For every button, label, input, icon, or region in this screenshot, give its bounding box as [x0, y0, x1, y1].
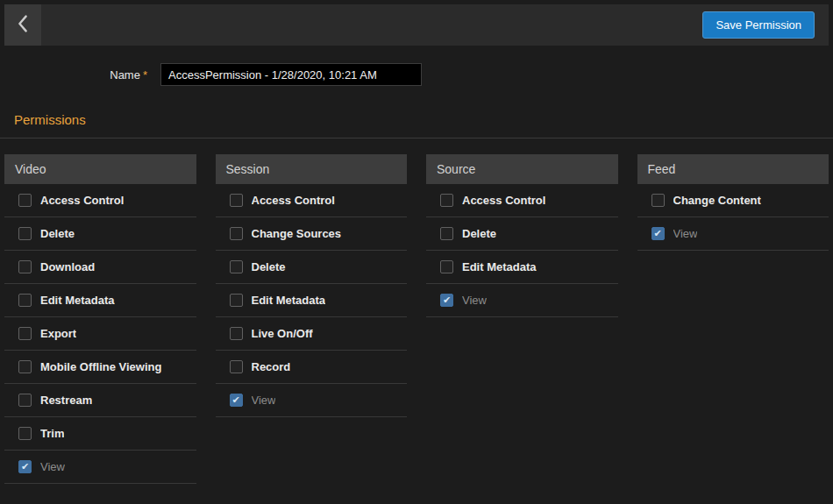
checkbox-unchecked-icon[interactable]	[230, 260, 243, 273]
checkbox-checked-icon[interactable]: ✔	[651, 227, 665, 240]
permission-column-source: SourceAccess ControlDeleteEdit Metadata✔…	[426, 154, 618, 484]
toolbar-spacer	[41, 4, 702, 46]
permission-label: Delete	[40, 227, 75, 240]
checkbox-unchecked-icon[interactable]	[18, 194, 32, 207]
permission-row[interactable]: ✔View	[4, 451, 196, 484]
chevron-left-icon	[18, 15, 28, 35]
permission-column-header: Feed	[637, 154, 829, 184]
checkbox-unchecked-icon[interactable]	[440, 227, 453, 240]
permission-row[interactable]: Access Control	[426, 184, 618, 217]
required-marker: *	[143, 68, 147, 82]
permission-label: View	[462, 294, 487, 307]
checkbox-unchecked-icon[interactable]	[18, 427, 32, 440]
save-permission-button[interactable]: Save Permission	[702, 11, 815, 39]
checkbox-unchecked-icon[interactable]	[18, 394, 32, 407]
checkbox-unchecked-icon[interactable]	[651, 194, 665, 207]
checkbox-unchecked-icon[interactable]	[230, 194, 243, 207]
permission-row[interactable]: Access Control	[216, 184, 408, 217]
permission-label: Edit Metadata	[462, 260, 537, 273]
checkbox-unchecked-icon[interactable]	[440, 260, 453, 273]
checkbox-unchecked-icon[interactable]	[230, 294, 243, 307]
permission-row[interactable]: Change Content	[637, 184, 829, 217]
permission-row[interactable]: Delete	[4, 217, 196, 251]
checkbox-checked-icon[interactable]: ✔	[18, 460, 32, 473]
permission-row[interactable]: Record	[216, 351, 408, 384]
permission-row[interactable]: Download	[4, 251, 196, 284]
checkbox-unchecked-icon[interactable]	[230, 327, 243, 340]
permissions-grid: VideoAccess ControlDeleteDownloadEdit Me…	[0, 138, 833, 484]
permission-label: Change Content	[673, 194, 761, 207]
name-input[interactable]	[160, 63, 422, 86]
permission-row[interactable]: Restream	[4, 384, 196, 417]
permission-column-header: Source	[426, 154, 618, 184]
permission-row[interactable]: Delete	[426, 217, 618, 251]
permission-label: View	[40, 460, 65, 473]
checkbox-unchecked-icon[interactable]	[18, 227, 32, 240]
checkbox-unchecked-icon[interactable]	[18, 260, 32, 273]
permission-label: Access Control	[462, 194, 545, 207]
permission-row[interactable]: Change Sources	[216, 217, 408, 251]
permission-label: Delete	[252, 260, 286, 273]
name-field-label: Name*	[0, 68, 147, 82]
permission-label: Edit Metadata	[40, 294, 115, 307]
checkbox-unchecked-icon[interactable]	[18, 360, 32, 373]
permission-column-header: Video	[4, 154, 196, 184]
permission-label: View	[673, 227, 698, 240]
permission-label: Restream	[40, 394, 92, 407]
permissions-section-title: Permissions	[14, 112, 833, 127]
name-field-row: Name*	[0, 63, 833, 86]
permission-label: Record	[252, 360, 291, 373]
checkbox-unchecked-icon[interactable]	[440, 194, 453, 207]
permission-label: Trim	[40, 427, 64, 440]
permission-row[interactable]: ✔View	[637, 217, 829, 251]
top-toolbar: Save Permission	[4, 4, 829, 46]
permission-row[interactable]: Delete	[216, 251, 408, 284]
checkbox-checked-icon[interactable]: ✔	[440, 294, 453, 307]
permission-row[interactable]: Export	[4, 317, 196, 351]
permission-label: Access Control	[40, 194, 124, 207]
permission-column-session: SessionAccess ControlChange SourcesDelet…	[216, 154, 408, 484]
permission-row[interactable]: Trim	[4, 417, 196, 451]
permission-column-video: VideoAccess ControlDeleteDownloadEdit Me…	[4, 154, 196, 484]
permission-row[interactable]: ✔View	[426, 284, 618, 317]
permission-row[interactable]: Mobile Offline Viewing	[4, 351, 196, 384]
permission-label: View	[252, 394, 276, 407]
back-button[interactable]	[4, 4, 41, 46]
permission-row[interactable]: Edit Metadata	[216, 284, 408, 317]
permission-row[interactable]: Edit Metadata	[426, 251, 618, 284]
permission-row[interactable]: Live On/Off	[216, 317, 408, 351]
permission-column-header: Session	[216, 154, 408, 184]
permission-row[interactable]: Edit Metadata	[4, 284, 196, 317]
checkbox-unchecked-icon[interactable]	[230, 227, 243, 240]
permission-row[interactable]: ✔View	[216, 384, 408, 417]
checkbox-unchecked-icon[interactable]	[18, 294, 32, 307]
permission-row[interactable]: Access Control	[4, 184, 196, 217]
permission-label: Edit Metadata	[252, 294, 326, 307]
permission-label: Delete	[462, 227, 496, 240]
permission-label: Export	[40, 327, 76, 340]
permission-label: Download	[40, 260, 95, 273]
permission-label: Change Sources	[252, 227, 342, 240]
checkbox-unchecked-icon[interactable]	[18, 327, 32, 340]
checkbox-checked-icon[interactable]: ✔	[230, 394, 243, 407]
checkbox-unchecked-icon[interactable]	[230, 360, 243, 373]
permission-label: Live On/Off	[252, 327, 313, 340]
permission-label: Mobile Offline Viewing	[40, 360, 161, 373]
permission-column-feed: FeedChange Content✔View	[637, 154, 829, 484]
permission-label: Access Control	[252, 194, 335, 207]
